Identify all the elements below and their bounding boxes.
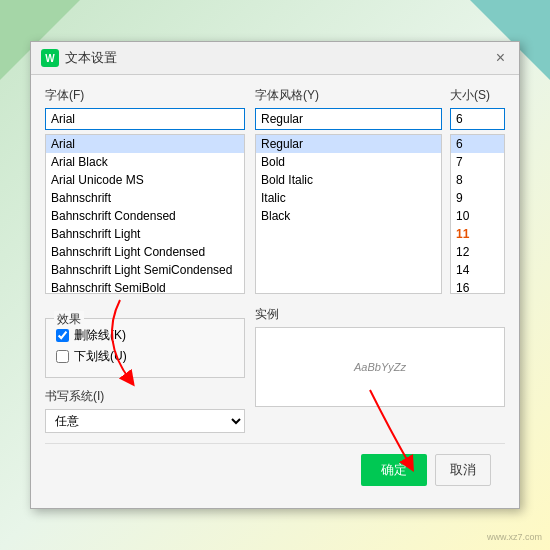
- preview-section: 实例 AaBbYyZz: [255, 306, 505, 433]
- left-bottom: 效果 删除线(K) 下划线(U) 书写系统(I) 任意: [45, 306, 245, 433]
- underline-row: 下划线(U): [56, 348, 234, 365]
- font-section-label: 字体(F): [45, 87, 245, 104]
- list-item[interactable]: Arial Black: [46, 153, 244, 171]
- text-settings-dialog: W 文本设置 × 字体(F) Arial Arial Black Arial U…: [30, 41, 520, 509]
- size-input[interactable]: [450, 108, 505, 130]
- list-item[interactable]: Arial: [46, 135, 244, 153]
- style-size-columns: 字体风格(Y) Regular Bold Bold Italic Italic …: [255, 87, 505, 294]
- title-left: W 文本设置: [41, 49, 117, 67]
- preview-text: AaBbYyZz: [354, 361, 406, 373]
- effects-section: 效果 删除线(K) 下划线(U): [45, 318, 245, 378]
- size-section-label: 大小(S): [450, 87, 505, 104]
- style-list[interactable]: Regular Bold Bold Italic Italic Black: [255, 134, 442, 294]
- preview-label: 实例: [255, 306, 505, 323]
- list-item[interactable]: 14: [451, 261, 504, 279]
- strikethrough-row: 删除线(K): [56, 327, 234, 344]
- style-section-label: 字体风格(Y): [255, 87, 442, 104]
- close-button[interactable]: ×: [492, 48, 509, 68]
- list-item[interactable]: Bahnschrift Light SemiCondensed: [46, 261, 244, 279]
- writing-label: 书写系统(I): [45, 388, 245, 405]
- list-item[interactable]: 8: [451, 171, 504, 189]
- bottom-section: 效果 删除线(K) 下划线(U) 书写系统(I) 任意: [45, 306, 505, 433]
- list-item[interactable]: Italic: [256, 189, 441, 207]
- list-item[interactable]: 7: [451, 153, 504, 171]
- underline-checkbox[interactable]: [56, 350, 69, 363]
- list-item[interactable]: Bahnschrift Light Condensed: [46, 243, 244, 261]
- style-column: 字体风格(Y) Regular Bold Bold Italic Italic …: [255, 87, 442, 294]
- dialog-title: 文本设置: [65, 49, 117, 67]
- list-item[interactable]: Regular: [256, 135, 441, 153]
- size-list[interactable]: 6 7 8 9 10 11 12 14 16: [450, 134, 505, 294]
- dialog-overlay: W 文本设置 × 字体(F) Arial Arial Black Arial U…: [0, 0, 550, 550]
- list-item[interactable]: Bahnschrift: [46, 189, 244, 207]
- preview-box: AaBbYyZz: [255, 327, 505, 407]
- font-input[interactable]: [45, 108, 245, 130]
- list-item[interactable]: 12: [451, 243, 504, 261]
- list-item[interactable]: 11: [451, 225, 504, 243]
- effects-label: 效果: [54, 311, 84, 328]
- list-item[interactable]: Bahnschrift Light: [46, 225, 244, 243]
- list-item[interactable]: Arial Unicode MS: [46, 171, 244, 189]
- list-item[interactable]: 6: [451, 135, 504, 153]
- writing-system-select[interactable]: 任意: [45, 409, 245, 433]
- writing-section: 书写系统(I) 任意: [45, 388, 245, 433]
- list-item[interactable]: Black: [256, 207, 441, 225]
- list-item[interactable]: Bold Italic: [256, 171, 441, 189]
- strikethrough-label: 删除线(K): [74, 327, 126, 344]
- list-item[interactable]: 9: [451, 189, 504, 207]
- list-item[interactable]: 16: [451, 279, 504, 294]
- app-icon: W: [41, 49, 59, 67]
- underline-label: 下划线(U): [74, 348, 127, 365]
- style-input[interactable]: [255, 108, 442, 130]
- font-column: 字体(F) Arial Arial Black Arial Unicode MS…: [45, 87, 245, 294]
- dialog-body: 字体(F) Arial Arial Black Arial Unicode MS…: [31, 75, 519, 508]
- list-item[interactable]: Bahnschrift SemiBold: [46, 279, 244, 294]
- list-item[interactable]: Bahnschrift Condensed: [46, 207, 244, 225]
- font-list[interactable]: Arial Arial Black Arial Unicode MS Bahns…: [45, 134, 245, 294]
- cancel-button[interactable]: 取消: [435, 454, 491, 486]
- size-column: 大小(S) 6 7 8 9 10 11 12 14 16: [450, 87, 505, 294]
- dialog-titlebar: W 文本设置 ×: [31, 42, 519, 75]
- strikethrough-checkbox[interactable]: [56, 329, 69, 342]
- dialog-buttons: 确定 取消: [45, 443, 505, 496]
- list-item[interactable]: Bold: [256, 153, 441, 171]
- list-item[interactable]: 10: [451, 207, 504, 225]
- main-columns: 字体(F) Arial Arial Black Arial Unicode MS…: [45, 87, 505, 294]
- ok-button[interactable]: 确定: [361, 454, 427, 486]
